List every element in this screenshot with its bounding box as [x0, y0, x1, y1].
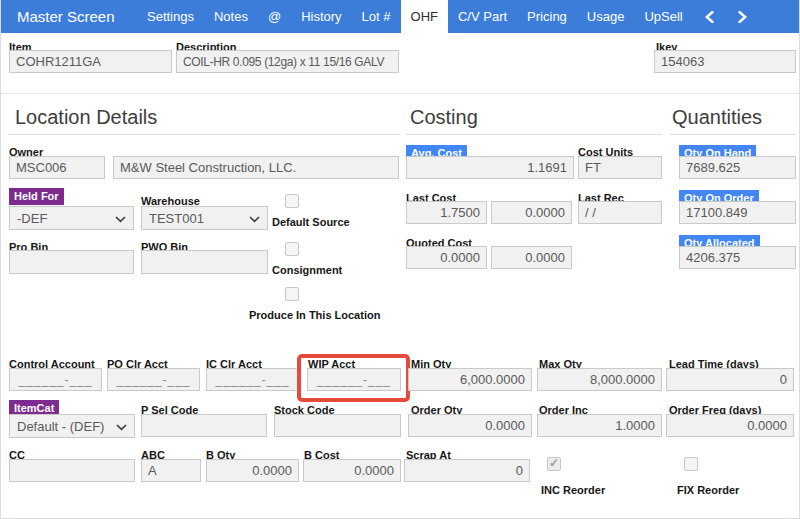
p-sel-code-input[interactable]: [141, 414, 267, 437]
scrap-at-input[interactable]: 0: [404, 459, 530, 482]
tab-at[interactable]: @: [258, 0, 291, 33]
inc-reorder-checkbox[interactable]: [547, 457, 561, 471]
itemcat-value: Default - (DEF): [17, 419, 104, 434]
warehouse-select[interactable]: TEST001: [141, 206, 268, 230]
held-for-badge[interactable]: Held For: [9, 188, 64, 205]
qty-allocated-input[interactable]: 4206.375: [679, 246, 796, 269]
max-qty-input[interactable]: 8,000.0000: [537, 368, 662, 391]
item-input[interactable]: COHR1211GA: [9, 50, 172, 73]
order-inc-input[interactable]: 1.0000: [537, 414, 662, 437]
consignment-checkbox[interactable]: [285, 242, 299, 256]
held-for-value: -DEF: [17, 211, 47, 226]
order-qty-input[interactable]: 0.0000: [408, 414, 532, 437]
itemcat-select[interactable]: Default - (DEF): [9, 414, 135, 438]
b-cost-input[interactable]: 0.0000: [303, 459, 401, 482]
tab-pricing[interactable]: Pricing: [517, 0, 577, 33]
b-qty-input[interactable]: 0.0000: [206, 459, 299, 482]
pro-bin-input[interactable]: [9, 250, 134, 274]
min-qty-input[interactable]: 6,000.0000: [408, 368, 532, 391]
ic-clr-acct-input[interactable]: ______-___: [206, 368, 299, 391]
inc-reorder-label: INC Reorder: [541, 484, 605, 496]
tab-scroll-left-icon[interactable]: [693, 0, 726, 33]
qty-on-order-input[interactable]: 17100.849: [679, 201, 796, 224]
tab-notes[interactable]: Notes: [204, 0, 258, 33]
fix-reorder-checkbox[interactable]: [684, 457, 698, 471]
tab-bar: Settings Notes @ History Lot # OHF C/V P…: [137, 0, 759, 33]
location-heading-rule: [9, 134, 400, 135]
page-title: Master Screen: [1, 0, 137, 33]
description-input[interactable]: COIL-HR 0.095 (12ga) x 11 15/16 GALV: [176, 50, 399, 73]
master-screen-window: Master Screen Settings Notes @ History L…: [0, 0, 800, 519]
avg-cost-input[interactable]: 1.1691: [406, 156, 574, 179]
header-bar: Master Screen Settings Notes @ History L…: [1, 0, 799, 33]
quantities-heading: Quantities: [672, 106, 762, 129]
tab-history[interactable]: History: [291, 0, 351, 33]
last-cost-input-2[interactable]: 0.0000: [491, 201, 572, 224]
tab-lot-number[interactable]: Lot #: [352, 0, 401, 33]
produce-in-this-location-checkbox[interactable]: [285, 287, 299, 301]
held-for-select[interactable]: -DEF: [9, 206, 134, 230]
cost-units-input[interactable]: FT: [578, 156, 662, 179]
lead-time-input[interactable]: 0: [666, 368, 794, 391]
control-account-input[interactable]: ______-___: [9, 368, 102, 391]
chevron-down-icon: [116, 419, 127, 434]
wip-acct-input[interactable]: ______-___: [307, 368, 401, 391]
consignment-label: Consignment: [272, 264, 342, 276]
tab-settings[interactable]: Settings: [137, 0, 204, 33]
quoted-cost-input-2[interactable]: 0.0000: [491, 246, 572, 269]
default-source-checkbox[interactable]: [285, 194, 299, 208]
tab-scroll-right-icon[interactable]: [726, 0, 759, 33]
po-clr-acct-input[interactable]: ______-___: [107, 368, 200, 391]
produce-in-this-location-label: Produce In This Location: [249, 309, 380, 321]
costing-heading: Costing: [410, 106, 478, 129]
order-freq-input[interactable]: 0.0000: [666, 414, 794, 437]
quantities-heading-rule: [670, 134, 796, 135]
tab-upsell[interactable]: UpSell: [634, 0, 692, 33]
last-cost-input-1[interactable]: 1.7500: [406, 201, 487, 224]
costing-heading-rule: [406, 134, 662, 135]
quoted-cost-input-1[interactable]: 0.0000: [406, 246, 487, 269]
pwo-bin-input[interactable]: [141, 250, 268, 274]
chevron-down-icon: [115, 211, 126, 226]
tab-ohf[interactable]: OHF: [401, 0, 448, 33]
warehouse-value: TEST001: [149, 211, 204, 226]
ikey-input[interactable]: 154063: [654, 50, 796, 73]
chevron-down-icon: [249, 211, 260, 226]
location-details-heading: Location Details: [15, 106, 157, 129]
last-rec-input[interactable]: / /: [578, 201, 662, 224]
cc-input[interactable]: [9, 459, 135, 482]
owner-name-input[interactable]: M&W Steel Construction, LLC.: [113, 156, 399, 179]
owner-input[interactable]: MSC006: [9, 156, 105, 179]
section-divider: [1, 93, 800, 94]
fix-reorder-label: FIX Reorder: [677, 484, 739, 496]
tab-usage[interactable]: Usage: [577, 0, 635, 33]
qty-on-hand-input[interactable]: 7689.625: [679, 156, 796, 179]
tab-cv-part[interactable]: C/V Part: [448, 0, 517, 33]
default-source-label: Default Source: [272, 216, 350, 228]
abc-input[interactable]: A: [141, 459, 201, 482]
stock-code-input[interactable]: [274, 414, 401, 437]
